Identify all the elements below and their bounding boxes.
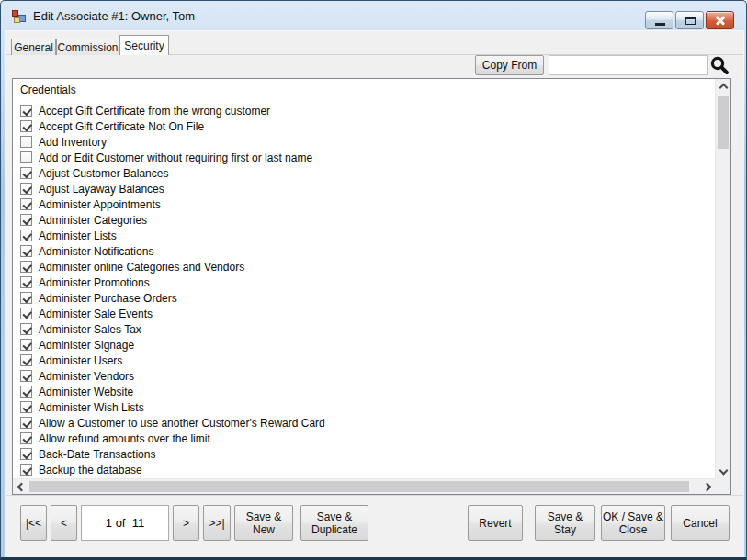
last-record-button[interactable]: >>| [203, 505, 231, 541]
previous-record-button[interactable]: < [51, 505, 77, 541]
credential-row[interactable]: Adjust Layaway Balances [13, 181, 715, 196]
credential-label: Administer Website [39, 386, 133, 398]
credential-checkbox[interactable] [20, 386, 32, 398]
credential-label: Back-Date Transactions [39, 448, 155, 461]
credential-row[interactable]: Administer online Categories and Vendors [13, 259, 715, 274]
credential-checkbox[interactable] [20, 136, 32, 148]
scroll-down-icon[interactable] [719, 466, 727, 474]
dialog-window: Edit Associate #1: Owner, Tom General Co… [0, 0, 747, 560]
credential-row[interactable]: Administer Appointments [13, 196, 715, 212]
tab-security[interactable]: Security [119, 35, 169, 55]
credential-row[interactable]: Administer Users [13, 353, 715, 368]
credential-label: Administer Sales Tax [39, 323, 141, 336]
credential-checkbox[interactable] [20, 464, 32, 476]
credential-checkbox[interactable] [20, 214, 32, 226]
scrollbar-corner [715, 478, 730, 494]
credential-checkbox[interactable] [20, 323, 32, 335]
credential-label: Administer Users [39, 354, 122, 367]
save-and-stay-button[interactable]: Save & Stay [535, 505, 595, 541]
credential-row[interactable]: Accept Gift Certificate Not On File [13, 118, 715, 134]
credential-label: Administer Vendors [39, 370, 134, 383]
credential-checkbox[interactable] [20, 105, 32, 117]
tab-security-label: Security [124, 39, 164, 52]
credential-row[interactable]: Administer Purchase Orders [13, 290, 715, 306]
credential-row[interactable]: Backup the database [13, 462, 715, 477]
credential-label: Administer Notifications [39, 245, 153, 258]
credential-label: Administer Lists [39, 230, 117, 242]
credential-row[interactable]: Accept Gift Certificate from the wrong c… [13, 103, 715, 118]
credential-checkbox[interactable] [20, 354, 32, 366]
credential-checkbox[interactable] [20, 151, 32, 163]
credential-row[interactable]: Add Inventory [13, 134, 715, 150]
credential-checkbox[interactable] [20, 183, 32, 195]
scroll-left-icon[interactable] [17, 483, 25, 490]
next-record-button[interactable]: > [173, 505, 199, 541]
minimize-icon [655, 23, 665, 26]
save-and-duplicate-button[interactable]: Save & Duplicate [300, 505, 368, 541]
credential-row[interactable]: Administer Notifications [13, 243, 715, 259]
credential-label: Administer Promotions [39, 276, 150, 289]
tab-general[interactable]: General [11, 39, 56, 55]
scroll-right-icon[interactable] [703, 483, 710, 490]
credential-row[interactable]: Allow refund amounts over the limit [13, 431, 715, 446]
credential-row[interactable]: Back-Date Transactions [13, 446, 715, 462]
credential-row[interactable]: Administer Website [13, 384, 715, 399]
search-input[interactable] [549, 55, 708, 75]
credential-row[interactable]: Administer Sales Tax [13, 321, 715, 337]
title-bar[interactable]: Edit Associate #1: Owner, Tom [1, 1, 746, 31]
cancel-button[interactable]: Cancel [671, 505, 730, 541]
horizontal-scrollbar[interactable] [13, 478, 715, 494]
credential-row[interactable]: Administer Wish Lists [13, 399, 715, 415]
credential-checkbox[interactable] [20, 292, 32, 304]
credential-checkbox[interactable] [20, 308, 32, 319]
credential-label: Add Inventory [39, 136, 107, 149]
credential-checkbox[interactable] [20, 198, 32, 210]
save-and-new-button[interactable]: Save & New [234, 505, 293, 541]
credential-row[interactable]: Administer Categories [13, 212, 715, 228]
maximize-button[interactable] [675, 11, 704, 29]
credential-checkbox[interactable] [20, 261, 32, 273]
credential-checkbox[interactable] [20, 370, 32, 382]
record-position-indicator: 1 of 11 [81, 505, 169, 541]
credential-row[interactable]: Administer Lists [13, 228, 715, 243]
credential-row[interactable]: Administer Signage [13, 337, 715, 353]
horizontal-scroll-thumb[interactable] [29, 481, 689, 492]
credential-row[interactable]: Add or Edit Customer without requiring f… [13, 150, 715, 165]
credential-checkbox[interactable] [20, 167, 32, 179]
search-icon[interactable] [709, 55, 730, 75]
credential-row[interactable]: Administer Promotions [13, 274, 715, 290]
credential-label: Allow refund amounts over the limit [39, 432, 210, 445]
ok-save-close-button[interactable]: OK / Save & Close [601, 505, 665, 541]
credential-row[interactable]: Allow a Customer to use another Customer… [13, 415, 715, 431]
credential-checkbox[interactable] [20, 276, 32, 288]
credential-row[interactable]: Adjust Customer Balances [13, 165, 715, 181]
credential-label: Administer Categories [39, 214, 147, 227]
credential-label: Administer Purchase Orders [39, 292, 177, 305]
credential-checkbox[interactable] [20, 120, 32, 132]
credentials-rows: Accept Gift Certificate from the wrong c… [13, 103, 715, 478]
first-record-button[interactable]: |<< [20, 505, 47, 541]
credential-checkbox[interactable] [20, 230, 32, 241]
credential-label: Adjust Layaway Balances [39, 183, 164, 196]
vertical-scroll-thumb[interactable] [718, 96, 729, 149]
credential-checkbox[interactable] [20, 448, 32, 460]
window-title: Edit Associate #1: Owner, Tom [33, 9, 195, 23]
revert-button[interactable]: Revert [468, 505, 523, 541]
credential-label: Administer online Categories and Vendors [39, 261, 244, 274]
credential-checkbox[interactable] [20, 339, 32, 351]
minimize-button[interactable] [645, 11, 673, 29]
credential-checkbox[interactable] [20, 245, 32, 257]
credential-checkbox[interactable] [20, 401, 32, 413]
credential-label: Administer Wish Lists [39, 401, 144, 414]
credential-checkbox[interactable] [20, 432, 32, 444]
credential-row[interactable]: Administer Vendors [13, 368, 715, 384]
vertical-scrollbar[interactable] [715, 79, 730, 478]
credential-label: Allow a Customer to use another Customer… [39, 417, 325, 430]
credential-row[interactable]: Administer Sale Events [13, 306, 715, 321]
copy-from-button[interactable]: Copy From [475, 55, 544, 75]
app-icon-yellow-square [14, 17, 20, 23]
tab-commission[interactable]: Commission [56, 39, 119, 55]
scroll-up-icon[interactable] [719, 84, 727, 91]
close-button[interactable] [706, 11, 734, 29]
credential-checkbox[interactable] [20, 417, 32, 429]
